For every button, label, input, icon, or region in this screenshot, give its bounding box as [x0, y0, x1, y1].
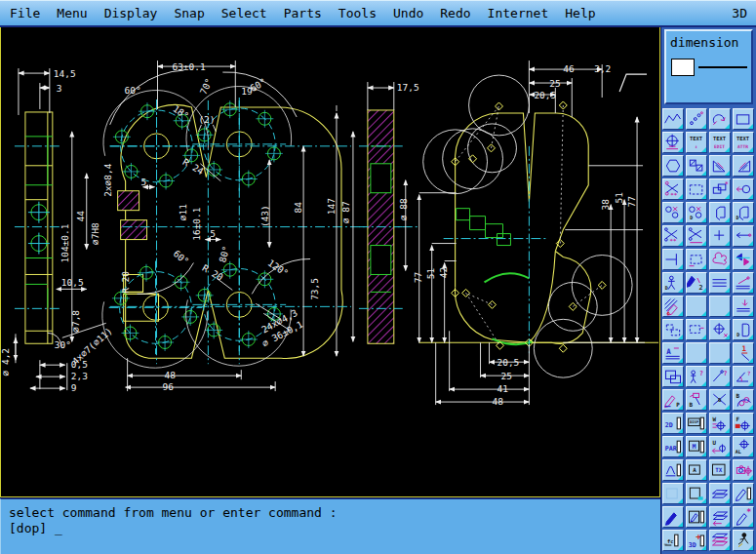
tool-hatch-corner-left[interactable]	[709, 155, 731, 177]
tool-mirror[interactable]	[733, 249, 754, 270]
tool-label-a[interactable]: A	[686, 459, 707, 481]
tool-mode-2d[interactable]: 2D	[662, 413, 684, 434]
tool-figure-dimension[interactable]: D	[662, 272, 684, 294]
tool-circle-mark-d[interactable]: D	[686, 202, 707, 223]
tool-project-lines[interactable]	[733, 296, 754, 317]
tool-layer-arrange[interactable]	[709, 506, 731, 528]
tool-polygon[interactable]	[662, 155, 684, 177]
tool-pen-number[interactable]: 2	[686, 272, 707, 294]
tool-operator-figure[interactable]	[733, 530, 754, 551]
tool-parts-panel[interactable]: PAR	[662, 436, 684, 457]
tool-mode-3d[interactable]: 3D+	[686, 530, 707, 551]
tool-line-terminate[interactable]	[662, 249, 684, 270]
tool-profile-a[interactable]	[662, 459, 684, 481]
tool-align-all[interactable]: AL	[733, 436, 754, 457]
tool-build-tool[interactable]: B	[686, 389, 707, 411]
tool-freehand-cloud[interactable]	[709, 249, 731, 270]
tool-query-line[interactable]: ?	[709, 366, 731, 387]
tool-hatch-corner-right[interactable]	[733, 155, 754, 177]
tool-rotate[interactable]	[709, 108, 731, 130]
tool-snap-cross[interactable]	[709, 225, 731, 247]
tool-measure-rings[interactable]: B	[733, 389, 754, 411]
tool-text-attribute[interactable]: TEXTATTR	[733, 132, 754, 153]
query-line-icon: ?	[710, 367, 730, 386]
tool-ghost-region-a[interactable]	[662, 319, 684, 340]
tool-table-text[interactable]: A	[662, 342, 684, 364]
tool-pen-document[interactable]	[686, 506, 707, 528]
tool-undo-move[interactable]: U	[709, 436, 731, 457]
tool-macro-box[interactable]: M	[686, 436, 707, 457]
tool-window-zoom[interactable]	[662, 366, 684, 387]
svg-text:2: 2	[699, 285, 703, 293]
dim-label: 104±0.1	[60, 223, 70, 262]
tool-parallel-lines[interactable]	[709, 272, 731, 294]
tool-target-move[interactable]	[709, 319, 731, 340]
freehand-cloud-icon	[710, 250, 730, 269]
menu-item-internet[interactable]: Internet	[488, 6, 549, 20]
tool-frame-faint[interactable]	[662, 483, 684, 504]
tool-solid-view[interactable]	[709, 202, 731, 223]
snap-direction-icon	[734, 226, 753, 246]
menu-item-file[interactable]: File	[10, 6, 40, 20]
tool-offset-region[interactable]	[686, 249, 707, 270]
tool-incline-lines[interactable]	[733, 272, 754, 294]
menu-item-parts[interactable]: Parts	[284, 6, 322, 20]
tool-spare-1[interactable]	[686, 296, 707, 317]
tool-hatch-pattern[interactable]	[686, 155, 707, 177]
menu-item-select[interactable]: Select	[221, 6, 267, 20]
tool-spare-3[interactable]	[686, 342, 707, 364]
tool-text-edit[interactable]: TEXTEDIT	[709, 132, 731, 153]
tool-pen-special[interactable]: *	[733, 506, 754, 528]
tool-dimension-target[interactable]	[662, 132, 684, 153]
tool-solid-profile[interactable]: D	[733, 319, 754, 340]
tool-text-insert[interactable]: TEXT↕	[686, 132, 707, 153]
tool-pen-frame[interactable]	[733, 483, 754, 504]
tool-trim-lines[interactable]: **	[662, 178, 684, 200]
menu-item-3d[interactable]: 3D	[732, 6, 747, 20]
tool-query-figure[interactable]: ?	[686, 366, 707, 387]
tool-layer-stack[interactable]	[709, 483, 731, 504]
menu-item-help[interactable]: Help	[565, 6, 595, 20]
tool-fit-target[interactable]: F	[733, 413, 754, 434]
tool-cut-multiple[interactable]: **	[662, 225, 684, 247]
technical-drawing[interactable]: 14,53104±0.144⌀7H82x⌀8,410,5⌀7,830°4x⌀7(…	[1, 27, 659, 496]
tool-query-angle[interactable]: ?	[733, 366, 754, 387]
tool-rectangle[interactable]	[733, 108, 754, 130]
tool-spare-2[interactable]	[709, 296, 731, 317]
tool-layer-flatten[interactable]	[709, 530, 731, 551]
menu-item-display[interactable]: Display	[104, 6, 158, 20]
tool-camera-view[interactable]	[733, 459, 754, 481]
tool-copy-shapes[interactable]: *	[709, 178, 731, 200]
menu-item-snap[interactable]: Snap	[174, 6, 204, 20]
tool-select-region[interactable]	[686, 178, 707, 200]
drawing-canvas[interactable]: 14,53104±0.144⌀7H82x⌀8,410,5⌀7,830°4x⌀7(…	[0, 27, 660, 497]
menu-item-menu[interactable]: Menu	[57, 6, 87, 20]
table-text-icon: A	[663, 343, 683, 363]
tool-leader-number[interactable]: 1	[733, 342, 754, 364]
tool-function-fc[interactable]: _fc	[662, 530, 684, 551]
tool-snap-direction[interactable]	[733, 225, 754, 247]
tool-spare-4[interactable]	[709, 342, 731, 364]
tool-text-box[interactable]: TX	[709, 459, 731, 481]
tool-ghost-region-b[interactable]	[686, 319, 707, 340]
tool-point-series[interactable]	[686, 108, 707, 130]
tool-move-shape[interactable]	[733, 178, 754, 200]
tool-display-settings[interactable]: DISP	[686, 413, 707, 434]
tool-pen-draw[interactable]	[662, 506, 684, 528]
tool-window-target[interactable]: W	[709, 413, 731, 434]
menu-item-undo[interactable]: Undo	[393, 6, 423, 20]
menu-item-redo[interactable]: Redo	[440, 6, 470, 20]
tool-erase-cross[interactable]: B	[709, 389, 731, 411]
tool-circle-mark[interactable]	[662, 202, 684, 223]
tool-frame-tall[interactable]	[686, 483, 707, 504]
tool-plot-pen[interactable]: P	[662, 389, 684, 411]
command-input-line[interactable]: [dop] _	[9, 521, 653, 536]
color-swatch[interactable]	[671, 59, 695, 76]
tool-cut-single[interactable]	[686, 225, 707, 247]
command-area[interactable]: select command from menu or enter comman…	[0, 498, 660, 554]
menu-item-tools[interactable]: Tools	[338, 6, 377, 20]
tool-hatch-draw[interactable]	[662, 296, 684, 317]
linetype-sample[interactable]	[698, 66, 747, 68]
tool-solid-view-d[interactable]: D	[733, 202, 754, 223]
tool-polyline[interactable]	[662, 108, 684, 130]
